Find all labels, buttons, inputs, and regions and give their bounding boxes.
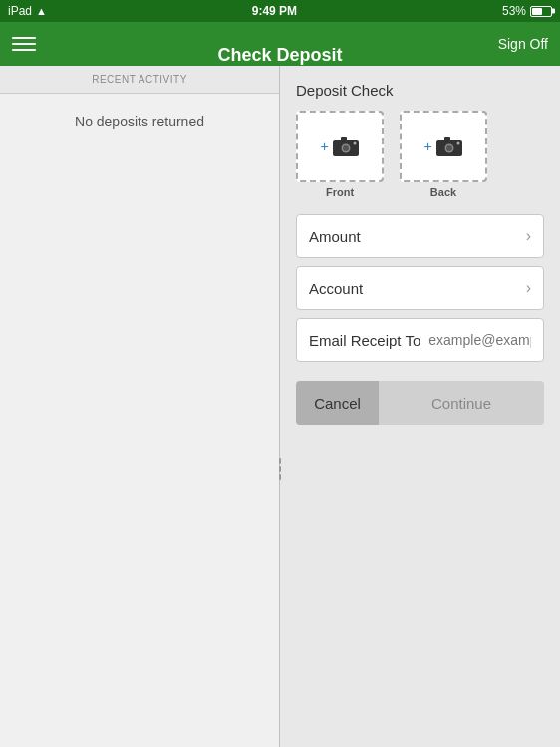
- front-photo-button[interactable]: +: [296, 111, 384, 182]
- front-label: Front: [326, 186, 354, 198]
- left-panel: RECENT ACTIVITY No deposits returned: [0, 66, 280, 747]
- right-panel: Deposit Check + Front: [280, 66, 560, 747]
- main-layout: RECENT ACTIVITY No deposits returned Dep…: [0, 66, 560, 747]
- amount-chevron-icon: ›: [526, 227, 531, 245]
- device-label: iPad: [8, 4, 32, 18]
- email-row: Email Receipt To: [296, 318, 544, 362]
- svg-rect-8: [444, 137, 450, 141]
- svg-rect-3: [341, 137, 347, 141]
- page-title: Check Deposit: [217, 45, 342, 66]
- status-right: 53%: [502, 4, 552, 18]
- front-photo-wrapper: + Front: [296, 111, 384, 198]
- status-time: 9:49 PM: [252, 4, 297, 18]
- email-input[interactable]: [428, 332, 531, 348]
- front-camera-icon: +: [320, 135, 359, 157]
- svg-point-4: [353, 142, 356, 145]
- battery-percent: 53%: [502, 4, 526, 18]
- back-photo-button[interactable]: +: [400, 111, 487, 182]
- svg-point-2: [343, 145, 349, 151]
- battery-icon: [530, 6, 552, 17]
- email-receipt-label: Email Receipt To: [309, 332, 420, 349]
- status-bar: iPad ▲ 9:49 PM 53%: [0, 0, 560, 22]
- scroll-indicator: [277, 458, 282, 480]
- back-camera-icon: +: [423, 135, 462, 157]
- action-buttons: Cancel Continue: [296, 381, 544, 425]
- account-row[interactable]: Account ›: [296, 266, 544, 310]
- photo-buttons-section: + Front +: [296, 111, 544, 198]
- deposit-check-title: Deposit Check: [296, 82, 544, 99]
- cancel-button[interactable]: Cancel: [296, 381, 379, 425]
- no-deposits-message: No deposits returned: [0, 94, 279, 747]
- continue-button[interactable]: Continue: [379, 381, 544, 425]
- amount-label: Amount: [309, 228, 361, 245]
- back-label: Back: [430, 186, 456, 198]
- sign-off-button[interactable]: Sign Off: [498, 36, 548, 52]
- account-chevron-icon: ›: [526, 279, 531, 297]
- status-left: iPad ▲: [8, 4, 47, 18]
- form-section: Amount › Account › Email Receipt To: [296, 214, 544, 370]
- back-photo-wrapper: + Back: [400, 111, 487, 198]
- amount-row[interactable]: Amount ›: [296, 214, 544, 258]
- recent-activity-label: RECENT ACTIVITY: [0, 66, 279, 94]
- svg-point-7: [446, 145, 452, 151]
- app-header: Check Deposit Sign Off: [0, 22, 560, 66]
- svg-point-9: [456, 142, 459, 145]
- account-label: Account: [309, 280, 363, 297]
- menu-button[interactable]: [12, 37, 36, 51]
- wifi-icon: ▲: [36, 5, 47, 17]
